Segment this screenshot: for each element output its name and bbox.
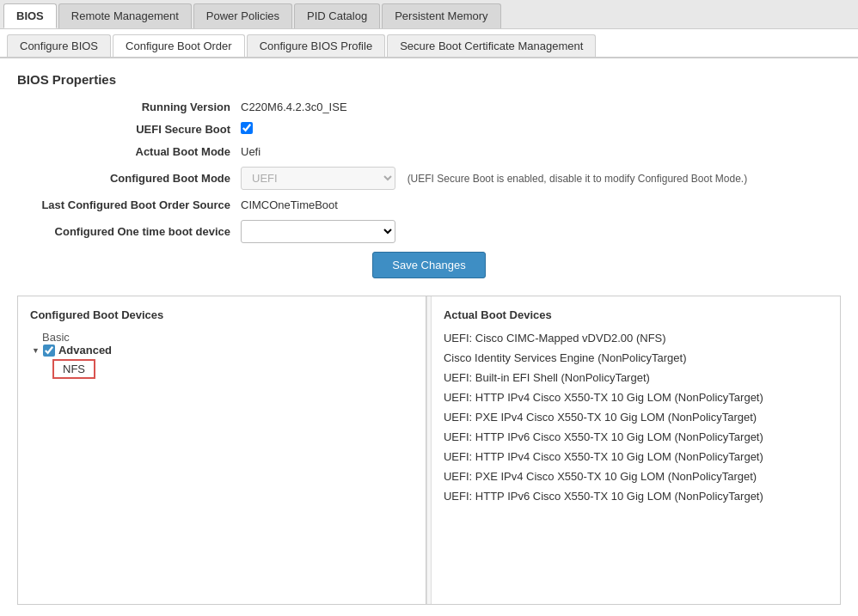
running-version-row: Running Version C220M6.4.2.3c0_ISE xyxy=(17,101,841,113)
one-time-boot-field xyxy=(241,220,841,243)
main-content: BIOS Properties Running Version C220M6.4… xyxy=(0,58,858,616)
tab-pid-catalog[interactable]: PID Catalog xyxy=(294,3,380,28)
subtab-secure-boot-cert[interactable]: Secure Boot Certificate Management xyxy=(387,34,596,57)
tree-basic-item: Basic xyxy=(18,331,426,344)
list-item: UEFI: HTTP IPv6 Cisco X550-TX 10 Gig LOM… xyxy=(432,486,840,506)
save-changes-button[interactable]: Save Changes xyxy=(372,252,485,278)
one-time-boot-label: Configured One time boot device xyxy=(17,225,241,238)
boot-panels-container: Configured Boot Devices Basic ▼ Advanced… xyxy=(17,296,841,605)
actual-boot-devices-header: Actual Boot Devices xyxy=(432,305,840,328)
configured-boot-mode-select[interactable]: UEFI xyxy=(241,167,395,190)
configured-boot-devices-header: Configured Boot Devices xyxy=(18,305,426,328)
running-version-value: C220M6.4.2.3c0_ISE xyxy=(241,101,841,113)
actual-boot-mode-value: Uefi xyxy=(241,145,841,158)
nfs-item-container: NFS xyxy=(52,359,426,379)
tab-bios[interactable]: BIOS xyxy=(3,3,57,28)
list-item: Cisco Identity Services Engine (NonPolic… xyxy=(432,348,840,368)
subtab-configure-bios[interactable]: Configure BIOS xyxy=(7,34,111,57)
tree-root: Basic ▼ Advanced NFS xyxy=(18,328,426,381)
list-item: UEFI: PXE IPv4 Cisco X550-TX 10 Gig LOM … xyxy=(432,467,840,486)
actual-boot-mode-label: Actual Boot Mode xyxy=(17,145,241,158)
tab-power-policies[interactable]: Power Policies xyxy=(193,3,292,28)
tree-advanced-row: ▼ Advanced xyxy=(18,344,426,357)
advanced-collapse-icon[interactable]: ▼ xyxy=(32,346,40,355)
list-item: UEFI: PXE IPv4 Cisco X550-TX 10 Gig LOM … xyxy=(432,407,840,427)
configured-boot-mode-row: Configured Boot Mode UEFI (UEFI Secure B… xyxy=(17,167,841,190)
actual-boot-mode-row: Actual Boot Mode Uefi xyxy=(17,145,841,158)
list-item: UEFI: HTTP IPv6 Cisco X550-TX 10 Gig LOM… xyxy=(432,427,840,447)
list-item: UEFI: HTTP IPv4 Cisco X550-TX 10 Gig LOM… xyxy=(432,447,840,467)
uefi-secure-boot-checkbox[interactable] xyxy=(241,122,253,134)
configured-boot-mode-label: Configured Boot Mode xyxy=(17,172,241,185)
one-time-boot-select[interactable] xyxy=(241,220,395,243)
tree-advanced-label: Advanced xyxy=(58,344,112,357)
sub-tabs-bar: Configure BIOS Configure Boot Order Conf… xyxy=(0,29,858,58)
configured-boot-mode-hint: (UEFI Secure Boot is enabled, disable it… xyxy=(408,173,748,185)
list-item: UEFI: HTTP IPv4 Cisco X550-TX 10 Gig LOM… xyxy=(432,387,840,407)
tab-remote-management[interactable]: Remote Management xyxy=(58,3,192,28)
nfs-item[interactable]: NFS xyxy=(52,359,95,379)
last-configured-label: Last Configured Boot Order Source xyxy=(17,198,241,211)
last-configured-row: Last Configured Boot Order Source CIMCOn… xyxy=(17,198,841,211)
subtab-configure-bios-profile[interactable]: Configure BIOS Profile xyxy=(247,34,386,57)
uefi-secure-boot-value xyxy=(241,122,841,137)
last-configured-value: CIMCOneTimeBoot xyxy=(241,198,841,211)
configured-boot-mode-field: UEFI (UEFI Secure Boot is enabled, disab… xyxy=(241,167,841,190)
actual-boot-devices-panel: Actual Boot Devices UEFI: Cisco CIMC-Map… xyxy=(432,296,840,604)
page-title: BIOS Properties xyxy=(17,72,841,87)
list-item: UEFI: Cisco CIMC-Mapped vDVD2.00 (NFS) xyxy=(432,328,840,348)
list-item: UEFI: Built-in EFI Shell (NonPolicyTarge… xyxy=(432,368,840,387)
uefi-secure-boot-label: UEFI Secure Boot xyxy=(17,123,241,136)
uefi-secure-boot-row: UEFI Secure Boot xyxy=(17,122,841,137)
top-tabs-bar: BIOS Remote Management Power Policies PI… xyxy=(0,0,858,29)
running-version-label: Running Version xyxy=(17,101,241,113)
tab-persistent-memory[interactable]: Persistent Memory xyxy=(382,3,500,28)
one-time-boot-row: Configured One time boot device xyxy=(17,220,841,243)
advanced-checkbox[interactable] xyxy=(43,345,55,357)
subtab-configure-boot-order[interactable]: Configure Boot Order xyxy=(113,34,245,57)
configured-boot-devices-panel: Configured Boot Devices Basic ▼ Advanced… xyxy=(18,296,426,604)
